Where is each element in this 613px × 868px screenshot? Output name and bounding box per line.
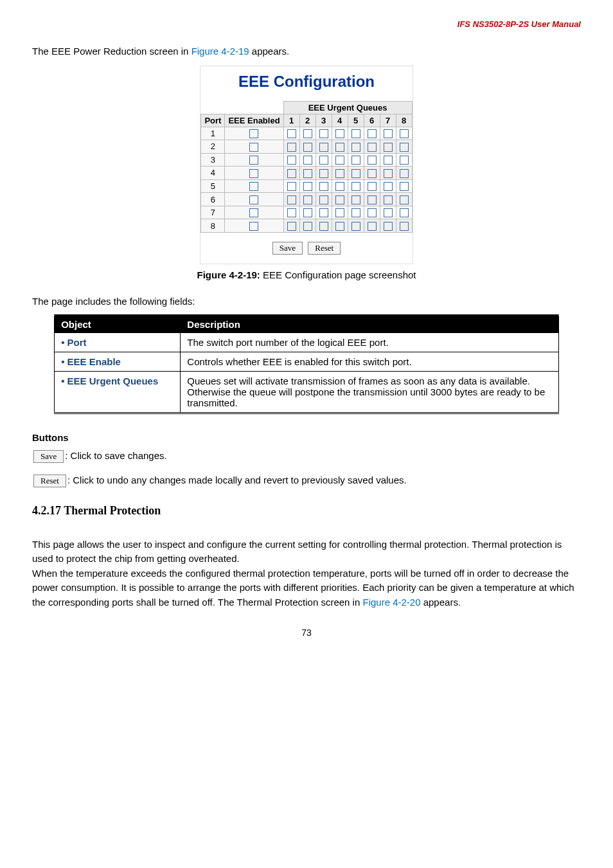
checkbox-icon[interactable]: [287, 195, 296, 204]
col-q8: 8: [396, 114, 412, 127]
checkbox-icon[interactable]: [335, 182, 344, 191]
checkbox-icon[interactable]: [351, 208, 360, 217]
checkbox-icon[interactable]: [384, 208, 393, 217]
checkbox-icon[interactable]: [249, 156, 258, 165]
checkbox-icon[interactable]: [287, 156, 296, 165]
col-q2: 2: [299, 114, 315, 127]
checkbox-icon[interactable]: [400, 222, 409, 231]
checkbox-icon[interactable]: [287, 169, 296, 178]
reset-button-text: : Click to undo any changes made locally…: [67, 475, 407, 485]
checkbox-icon[interactable]: [351, 169, 360, 178]
checkbox-icon[interactable]: [400, 182, 409, 191]
obj-desc: Queues set will activate transmission of…: [181, 371, 559, 413]
checkbox-icon[interactable]: [400, 208, 409, 217]
checkbox-icon[interactable]: [249, 195, 258, 204]
checkbox-icon[interactable]: [249, 169, 258, 178]
section-heading: 4.2.17 Thermal Protection: [32, 504, 581, 518]
checkbox-icon[interactable]: [303, 208, 312, 217]
checkbox-icon[interactable]: [384, 143, 393, 152]
save-button-text: : Click to save changes.: [65, 450, 166, 461]
checkbox-icon[interactable]: [249, 143, 258, 152]
col-q5: 5: [348, 114, 364, 127]
checkbox-icon[interactable]: [335, 156, 344, 165]
checkbox-icon[interactable]: [303, 182, 312, 191]
obj-desc: Controls whether EEE is enabled for this…: [181, 352, 559, 371]
intro-suffix: appears.: [249, 46, 290, 57]
checkbox-icon[interactable]: [351, 143, 360, 152]
checkbox-icon[interactable]: [287, 182, 296, 191]
checkbox-icon[interactable]: [335, 222, 344, 231]
checkbox-icon[interactable]: [287, 129, 296, 138]
checkbox-icon[interactable]: [368, 129, 377, 138]
eee-config-table: EEE Urgent Queues Port EEE Enabled 1 2 3…: [200, 101, 412, 233]
checkbox-icon[interactable]: [249, 129, 258, 138]
checkbox-icon[interactable]: [319, 195, 328, 204]
checkbox-icon[interactable]: [384, 182, 393, 191]
checkbox-icon[interactable]: [287, 143, 296, 152]
checkbox-icon[interactable]: [368, 156, 377, 165]
checkbox-icon[interactable]: [287, 222, 296, 231]
checkbox-icon[interactable]: [319, 156, 328, 165]
table-row: 8: [201, 219, 412, 233]
table-row: 2: [201, 140, 412, 154]
checkbox-icon[interactable]: [384, 169, 393, 178]
checkbox-icon[interactable]: [303, 222, 312, 231]
checkbox-icon[interactable]: [368, 169, 377, 178]
checkbox-icon[interactable]: [303, 129, 312, 138]
checkbox-icon[interactable]: [368, 143, 377, 152]
save-button[interactable]: Save: [272, 242, 303, 255]
checkbox-icon[interactable]: [400, 156, 409, 165]
checkbox-icon[interactable]: [319, 169, 328, 178]
obj-name: EEE Enable: [67, 356, 121, 367]
doc-header: IFS NS3502-8P-2S User Manual: [32, 19, 581, 29]
page-number: 73: [32, 628, 581, 638]
checkbox-icon[interactable]: [400, 129, 409, 138]
checkbox-icon[interactable]: [384, 129, 393, 138]
checkbox-icon[interactable]: [351, 156, 360, 165]
table-row: 3: [201, 153, 412, 167]
checkbox-icon[interactable]: [319, 143, 328, 152]
figure-button-row: Save Reset: [200, 242, 413, 255]
checkbox-icon[interactable]: [287, 208, 296, 217]
obj-name: EEE Urgent Queues: [67, 375, 159, 386]
checkbox-icon[interactable]: [319, 129, 328, 138]
checkbox-icon[interactable]: [249, 208, 258, 217]
checkbox-icon[interactable]: [335, 208, 344, 217]
table-row: • EEE Enable Controls whether EEE is ena…: [55, 352, 559, 371]
checkbox-icon[interactable]: [303, 156, 312, 165]
checkbox-icon[interactable]: [319, 182, 328, 191]
reset-button[interactable]: Reset: [33, 475, 66, 487]
checkbox-icon[interactable]: [303, 169, 312, 178]
eee-config-figure: EEE Configuration EEE Urgent Queues Port…: [200, 66, 413, 265]
thermal-suffix: appears.: [421, 597, 461, 608]
checkbox-icon[interactable]: [384, 156, 393, 165]
table-row: 1: [201, 127, 412, 140]
checkbox-icon[interactable]: [249, 222, 258, 231]
checkbox-icon[interactable]: [249, 182, 258, 191]
save-button[interactable]: Save: [33, 450, 64, 463]
checkbox-icon[interactable]: [303, 195, 312, 204]
checkbox-icon[interactable]: [400, 195, 409, 204]
checkbox-icon[interactable]: [400, 143, 409, 152]
checkbox-icon[interactable]: [384, 222, 393, 231]
thermal-paragraph: This page allows the user to inspect and…: [32, 523, 581, 610]
checkbox-icon[interactable]: [335, 195, 344, 204]
checkbox-icon[interactable]: [335, 169, 344, 178]
checkbox-icon[interactable]: [319, 208, 328, 217]
checkbox-icon[interactable]: [351, 195, 360, 204]
checkbox-icon[interactable]: [351, 222, 360, 231]
checkbox-icon[interactable]: [384, 195, 393, 204]
checkbox-icon[interactable]: [368, 222, 377, 231]
checkbox-icon[interactable]: [368, 182, 377, 191]
checkbox-icon[interactable]: [400, 169, 409, 178]
checkbox-icon[interactable]: [351, 182, 360, 191]
reset-button[interactable]: Reset: [308, 242, 341, 255]
checkbox-icon[interactable]: [303, 143, 312, 152]
checkbox-icon[interactable]: [319, 222, 328, 231]
checkbox-icon[interactable]: [351, 129, 360, 138]
checkbox-icon[interactable]: [335, 143, 344, 152]
figure-caption: Figure 4-2-19: EEE Configuration page sc…: [32, 269, 581, 280]
checkbox-icon[interactable]: [368, 208, 377, 217]
checkbox-icon[interactable]: [335, 129, 344, 138]
checkbox-icon[interactable]: [368, 195, 377, 204]
